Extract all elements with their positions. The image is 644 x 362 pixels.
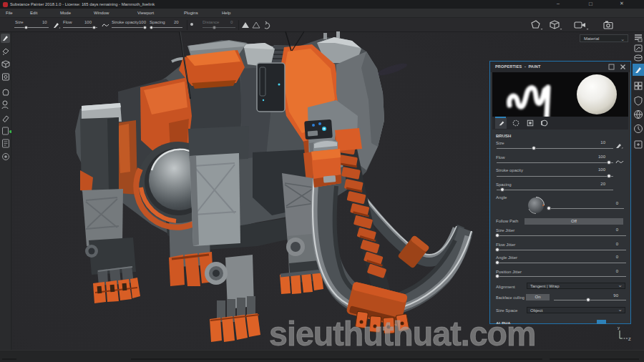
- svg-text:y: y: [618, 326, 620, 330]
- svg-text:Z: Z: [628, 337, 631, 341]
